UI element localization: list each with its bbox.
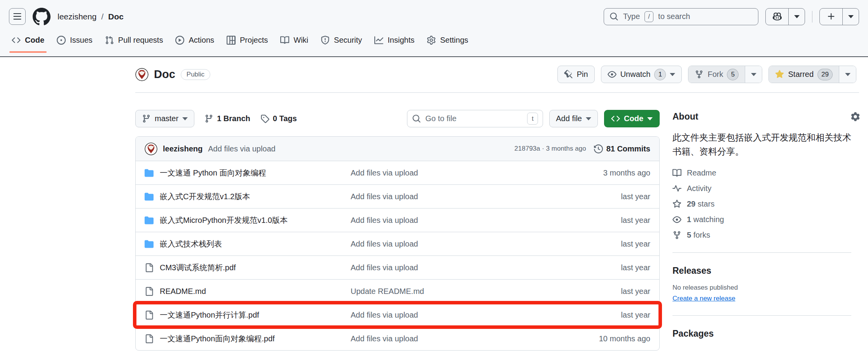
star-count: 29 [817,69,833,80]
commit-message[interactable]: Add files via upload [208,144,275,153]
fork-button-group: Fork 5 [688,66,762,83]
tab-label: Insights [388,36,414,45]
file-name-link[interactable]: README.md [160,287,206,296]
stars-link[interactable]: 29 stars [672,200,860,209]
git-branch-icon [204,114,213,123]
branch-selector[interactable]: master [135,110,194,127]
file-name-link[interactable]: 一文速通Python面向对象编程.pdf [160,334,275,344]
starred-button[interactable]: Starred 29 [769,66,839,83]
file-commit-message[interactable]: Add files via upload [351,263,561,272]
forks-label: forks [693,231,710,239]
packages-title[interactable]: Packages [672,328,860,339]
readme-label: Readme [687,169,716,177]
latest-commit-bar: leezisheng Add files via upload 218793a … [136,137,659,161]
table-row[interactable]: 嵌入式技术栈列表 Add files via upload last year [136,232,659,255]
file-commit-message[interactable]: Add files via upload [351,192,561,201]
code-icon [12,36,21,45]
tab-insights[interactable]: Insights [368,28,421,52]
tab-label: Settings [440,36,468,45]
tab-wiki[interactable]: Wiki [274,28,314,52]
breadcrumb-owner[interactable]: leezisheng [58,12,96,21]
table-row[interactable]: CM3调试系统简析.pdf Add files via upload last … [136,255,659,279]
copilot-button[interactable] [766,9,788,25]
ref-stats: 1 Branch 0 Tags [204,114,297,123]
copilot-button-group [765,8,805,25]
gear-icon[interactable] [851,112,860,121]
table-row-highlighted[interactable]: 一文速通Python并行计算.pdf Add files via upload … [136,303,659,327]
fork-label: Fork [707,70,723,79]
activity-label: Activity [687,184,711,193]
hamburger-menu-button[interactable] [9,8,26,25]
commit-author[interactable]: leezisheng [163,144,203,153]
commit-author-avatar[interactable] [145,143,157,155]
table-row[interactable]: 嵌入式C开发规范v1.2版本 Add files via upload last… [136,184,659,208]
fork-dropdown-button[interactable] [745,66,762,83]
sidebar-divider [672,252,851,253]
tab-label: Pull requests [118,36,163,45]
tab-label: Wiki [293,36,308,45]
file-commit-message[interactable]: Update README.md [351,287,561,296]
plus-icon [827,12,836,21]
goto-file-input[interactable]: Go to file t [407,110,543,127]
repo-identity: Doc Public [135,68,210,81]
github-logo-icon[interactable] [33,8,51,26]
history-icon [594,144,603,153]
table-row[interactable]: README.md Update README.md last year [136,279,659,303]
file-commit-date: last year [561,263,650,272]
forks-link[interactable]: 5 forks [672,231,860,240]
releases-title[interactable]: Releases [672,266,860,276]
create-new-button[interactable] [820,9,842,25]
tab-issues[interactable]: Issues [51,28,99,52]
readme-link[interactable]: Readme [672,169,860,177]
create-new-dropdown-button[interactable] [842,9,859,25]
tab-label: Projects [240,36,268,45]
table-row[interactable]: 一文速通Python面向对象编程.pdf Add files via uploa… [136,327,659,350]
tab-settings[interactable]: Settings [421,28,474,52]
pin-button[interactable]: Pin [557,66,595,83]
tab-projects[interactable]: Projects [220,28,274,52]
breadcrumb-repo[interactable]: Doc [108,12,124,21]
forks-count: 5 [687,231,691,239]
file-name-link[interactable]: 一文速通 Python 面向对象编程 [160,168,266,178]
file-commit-message[interactable]: Add files via upload [351,311,561,320]
commit-history-link[interactable]: 81 Commits [594,144,650,153]
tab-actions[interactable]: Actions [169,28,220,52]
folder-icon [145,169,154,177]
branches-link[interactable]: 1 Branch [204,114,250,123]
global-search-input[interactable]: Type / to search [604,8,758,25]
create-release-link[interactable]: Create a new release [672,295,735,302]
code-toolbar: master 1 Branch 0 Tags Go to file t [135,110,660,127]
page-title[interactable]: Doc [154,68,175,81]
file-commit-message[interactable]: Add files via upload [351,169,561,177]
add-file-button[interactable]: Add file [549,110,598,127]
table-row[interactable]: 嵌入式MicroPython开发规范v1.0版本 Add files via u… [136,208,659,232]
tab-pull-requests[interactable]: Pull requests [99,28,169,52]
watching-link[interactable]: 1 watching [672,215,860,224]
file-name-link[interactable]: 嵌入式C开发规范v1.2版本 [160,191,250,202]
file-commit-message[interactable]: Add files via upload [351,216,561,225]
file-name-link[interactable]: CM3调试系统简析.pdf [160,262,236,273]
unwatch-button[interactable]: Unwatch 1 [601,66,682,83]
eye-icon [608,70,617,79]
star-dropdown-button[interactable] [839,66,856,83]
tags-count: 0 [273,114,277,123]
file-commit-message[interactable]: Add files via upload [351,334,561,343]
code-button[interactable]: Code [604,110,660,127]
copilot-dropdown-button[interactable] [788,9,805,25]
file-commit-message[interactable]: Add files via upload [351,240,561,249]
file-name-link[interactable]: 嵌入式MicroPython开发规范v1.0版本 [160,215,288,226]
table-row[interactable]: 一文速通 Python 面向对象编程 Add files via upload … [136,161,659,184]
file-name-link[interactable]: 一文速通Python并行计算.pdf [160,310,259,320]
tab-security[interactable]: Security [314,28,368,52]
slash-key-hint: / [644,11,653,22]
activity-link[interactable]: Activity [672,184,860,193]
tags-link[interactable]: 0 Tags [260,114,297,123]
fork-icon [695,70,704,79]
fork-button[interactable]: Fork 5 [688,66,745,83]
file-name-link[interactable]: 嵌入式技术栈列表 [160,239,222,249]
commit-sha-time[interactable]: 218793a · 3 months ago [514,145,586,153]
repo-avatar[interactable] [135,68,148,81]
tab-code[interactable]: Code [5,28,51,52]
tab-label: Security [334,36,362,45]
file-commit-date: last year [561,192,650,201]
